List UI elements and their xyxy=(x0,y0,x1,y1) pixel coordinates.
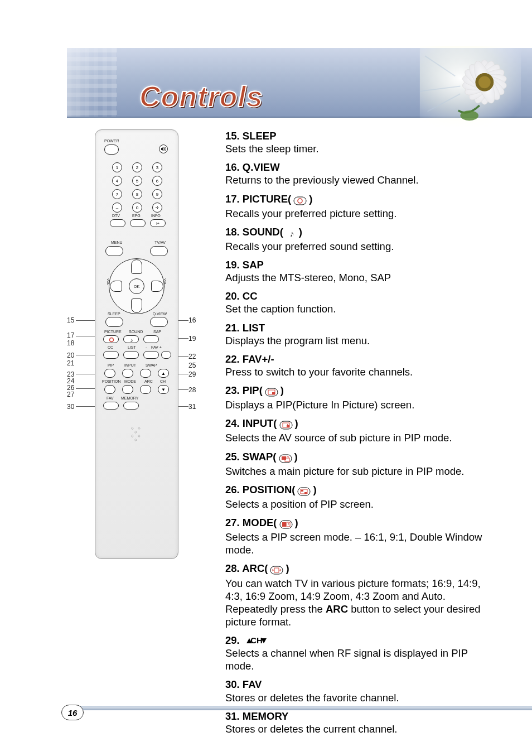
mode-button xyxy=(122,385,133,394)
page-header: Controls xyxy=(0,0,532,123)
item-title: 26. POSITION() xyxy=(225,483,499,498)
svg-rect-44 xyxy=(282,522,286,527)
item-desc: Stores or deletes the current channel. xyxy=(225,723,499,735)
callout-22: 22 xyxy=(188,353,196,360)
epg-button xyxy=(130,219,146,227)
svg-rect-32 xyxy=(272,392,275,394)
remote-diagram: POWER 1 2 3 4 5 6 7 8 9 – 0 DTV EPG INFO… xyxy=(67,129,206,689)
svg-rect-27 xyxy=(294,197,306,205)
svg-text:♪: ♪ xyxy=(290,229,294,238)
flower-decoration xyxy=(419,46,522,127)
item-title: 18. SOUND(♪) xyxy=(225,225,499,240)
callout-27: 27 xyxy=(67,391,74,398)
item-15: 15. SLEEPSets the sleep timer. xyxy=(225,129,499,155)
num-7: 7 xyxy=(112,189,122,199)
callout-20: 20 xyxy=(67,351,74,359)
item-desc: Recalls your preferred sound setting. xyxy=(225,240,499,253)
item-desc: Selects a PIP screen mode. – 16:1, 9:1, … xyxy=(225,531,499,556)
item-title: 25. SWAP() xyxy=(225,450,499,465)
item-desc: Returns to the previously viewed Channel… xyxy=(225,174,499,186)
label-tvav: TV/AV xyxy=(154,240,166,244)
sleep-button xyxy=(105,317,123,327)
arc-button xyxy=(140,385,151,394)
svg-point-21 xyxy=(478,76,491,88)
qview-button xyxy=(150,317,168,327)
item-desc: Adjusts the MTS-stereo, Mono, SAP xyxy=(225,271,499,284)
mute-button xyxy=(159,145,168,153)
item-title: 27. MODE() xyxy=(225,516,499,531)
num-0: 0 xyxy=(132,203,142,213)
item-desc: Repeatedly press the ARC button to selec… xyxy=(225,603,499,628)
item-28: 28. ARC()You can watch TV in various pic… xyxy=(225,562,499,628)
label-picture: PICTURE xyxy=(104,330,122,334)
dash-button: – xyxy=(112,203,122,213)
item-desc: Displays a PIP(Picture In Picture) scree… xyxy=(225,398,499,411)
ch-down: ▼ xyxy=(158,385,169,394)
favplus-button xyxy=(161,351,171,359)
item-title: 20. CC xyxy=(225,290,499,302)
footer-rule xyxy=(67,706,532,710)
pip-icon xyxy=(264,386,279,398)
num-9: 9 xyxy=(152,189,162,199)
svg-rect-42 xyxy=(304,492,307,494)
label-epg: EPG xyxy=(132,214,141,218)
item-desc: Press to switch to your favorite channel… xyxy=(225,365,499,378)
favminus-button xyxy=(143,351,159,359)
callout-29: 29 xyxy=(188,370,196,378)
cc-button xyxy=(103,351,119,359)
page-title: Controls xyxy=(139,80,263,113)
item-19: 19. SAPAdjusts the MTS-stereo, Mono, SAP xyxy=(225,258,499,284)
item-desc: Stores or deletes the favorite channel. xyxy=(225,691,499,704)
dtv-button xyxy=(110,219,125,227)
label-favminus: - xyxy=(146,345,147,349)
callout-18: 18 xyxy=(67,339,74,347)
callout-28: 28 xyxy=(188,386,196,394)
item-23: 23. PIP()Displays a PIP(Picture In Pictu… xyxy=(225,384,499,411)
position-button xyxy=(104,385,115,394)
pip-button xyxy=(104,369,115,378)
sap-button xyxy=(143,335,159,343)
svg-rect-30 xyxy=(265,388,278,396)
svg-rect-47 xyxy=(274,568,279,572)
svg-rect-46 xyxy=(270,566,283,574)
callout-15: 15 xyxy=(67,316,74,324)
callout-25: 25 xyxy=(188,362,196,369)
callout-21: 21 xyxy=(67,359,74,367)
svg-point-28 xyxy=(298,199,302,203)
num-6: 6 xyxy=(152,176,162,186)
item-21: 21. LISTDisplays the program list menu. xyxy=(225,321,499,347)
item-desc: Switches a main picture for sub picture … xyxy=(225,465,499,478)
svg-point-22 xyxy=(460,110,478,121)
label-pip: PIP xyxy=(108,363,114,367)
ch-up: ▲ xyxy=(158,369,169,378)
item-desc: Selects a position of PIP screen. xyxy=(225,498,499,511)
label-cc: CC xyxy=(108,345,113,349)
tvav-button xyxy=(150,246,168,256)
picture-button xyxy=(103,335,119,343)
item-title: 16. Q.VIEW xyxy=(225,161,499,174)
power-button xyxy=(104,145,119,155)
num-3: 3 xyxy=(152,162,162,172)
item-22: 22. FAV+/-Press to switch to your favori… xyxy=(225,353,499,378)
item-18: 18. SOUND(♪)Recalls your preferred sound… xyxy=(225,225,499,253)
enter-button xyxy=(152,203,162,213)
mode-icon xyxy=(278,518,294,531)
item-25: 25. SWAP()Switches a main picture for su… xyxy=(225,450,499,478)
item-desc: Recalls your preferred picture setting. xyxy=(225,207,499,220)
label-fav2: FAV xyxy=(107,396,114,400)
item-desc: Selects a channel when RF signal is disp… xyxy=(225,647,499,672)
item-title: 19. SAP xyxy=(225,258,499,271)
memory-button xyxy=(123,402,139,410)
label-power: POWER xyxy=(104,139,119,143)
fav-button xyxy=(103,402,119,410)
item-27: 27. MODE()Selects a PIP screen mode. – 1… xyxy=(225,516,499,556)
item-29: 29. CHSelects a channel when RF signal i… xyxy=(225,634,499,672)
svg-rect-33 xyxy=(280,421,292,429)
descriptions: 15. SLEEPSets the sleep timer.16. Q.VIEW… xyxy=(225,129,499,689)
item-26: 26. POSITION()Selects a position of PIP … xyxy=(225,483,499,511)
remote-body: POWER 1 2 3 4 5 6 7 8 9 – 0 DTV EPG INFO… xyxy=(95,129,178,559)
label-mode: MODE xyxy=(124,379,136,383)
input-icon xyxy=(278,418,294,431)
item-title: 30. FAV xyxy=(225,678,499,691)
swap-button xyxy=(140,369,151,378)
